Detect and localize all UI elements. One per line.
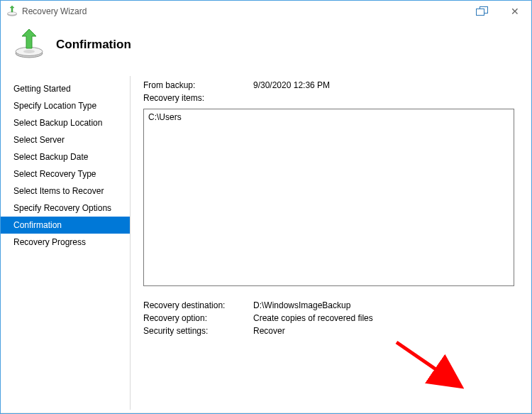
recovery-option-value: Create copies of recovered files [253, 313, 373, 323]
window-title: Recovery Wizard [22, 6, 87, 16]
from-backup-value: 9/30/2020 12:36 PM [253, 80, 330, 90]
security-settings-value: Recover [253, 326, 285, 336]
step-specify-recovery-options[interactable]: Specify Recovery Options [1, 200, 130, 217]
step-select-backup-location[interactable]: Select Backup Location [1, 114, 130, 131]
recovery-items-label: Recovery items: [143, 93, 253, 103]
wizard-body: Getting Started Specify Location Type Se… [1, 76, 531, 410]
restore-icon[interactable] [476, 6, 489, 16]
page-title: Confirmation [56, 38, 131, 52]
step-select-server[interactable]: Select Server [1, 131, 130, 148]
svg-point-4 [23, 50, 35, 53]
from-backup-label: From backup: [143, 80, 253, 90]
titlebar: Recovery Wizard ✕ [1, 1, 531, 22]
recovery-option-label: Recovery option: [143, 313, 253, 323]
recovery-destination-value: D:\WindowsImageBackup [253, 300, 350, 310]
security-settings-label: Security settings: [143, 326, 253, 336]
recovery-items-list[interactable]: C:\Users [143, 109, 514, 286]
list-item[interactable]: C:\Users [148, 112, 509, 122]
recovery-destination-label: Recovery destination: [143, 300, 253, 310]
arrow-annotation-icon [393, 339, 471, 396]
wizard-icon [13, 29, 45, 60]
step-select-items-to-recover[interactable]: Select Items to Recover [1, 183, 130, 200]
wizard-steps: Getting Started Specify Location Type Se… [1, 76, 130, 410]
step-specify-location-type[interactable]: Specify Location Type [1, 97, 130, 114]
svg-line-5 [397, 342, 455, 383]
step-select-recovery-type[interactable]: Select Recovery Type [1, 165, 130, 183]
wizard-page: From backup: 9/30/2020 12:36 PM Recovery… [130, 76, 531, 410]
wizard-header: Confirmation [1, 22, 531, 76]
step-getting-started[interactable]: Getting Started [1, 80, 130, 97]
step-select-backup-date[interactable]: Select Backup Date [1, 148, 130, 165]
app-icon [6, 6, 18, 17]
step-confirmation[interactable]: Confirmation [1, 217, 130, 234]
svg-point-1 [8, 12, 17, 15]
step-recovery-progress[interactable]: Recovery Progress [1, 234, 130, 251]
close-icon[interactable]: ✕ [509, 6, 521, 17]
